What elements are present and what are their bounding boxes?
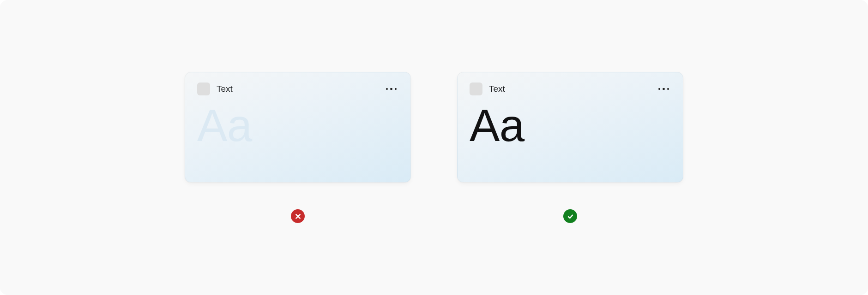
card-thumbnail-placeholder xyxy=(197,83,210,95)
x-icon xyxy=(295,213,301,220)
card-thumbnail-placeholder xyxy=(470,83,482,95)
status-badge-incorrect xyxy=(291,209,305,223)
card-header: Text xyxy=(470,83,671,95)
example-bad: Text Aa xyxy=(185,72,411,223)
card-title: Text xyxy=(489,84,505,94)
card-header-left: Text xyxy=(470,83,505,95)
card-header-left: Text xyxy=(197,83,233,95)
example-good: Text Aa xyxy=(457,72,683,223)
sample-text-high-contrast: Aa xyxy=(470,103,671,148)
card-bad: Text Aa xyxy=(185,72,411,183)
card-title: Text xyxy=(217,84,233,94)
sample-text-low-contrast: Aa xyxy=(197,103,398,148)
more-options-icon[interactable] xyxy=(384,86,399,92)
status-badge-correct xyxy=(563,209,577,223)
more-options-icon[interactable] xyxy=(657,86,671,92)
comparison-canvas: Text Aa Text xyxy=(0,0,868,295)
card-good: Text Aa xyxy=(457,72,683,183)
check-icon xyxy=(567,213,574,220)
card-header: Text xyxy=(197,83,398,95)
